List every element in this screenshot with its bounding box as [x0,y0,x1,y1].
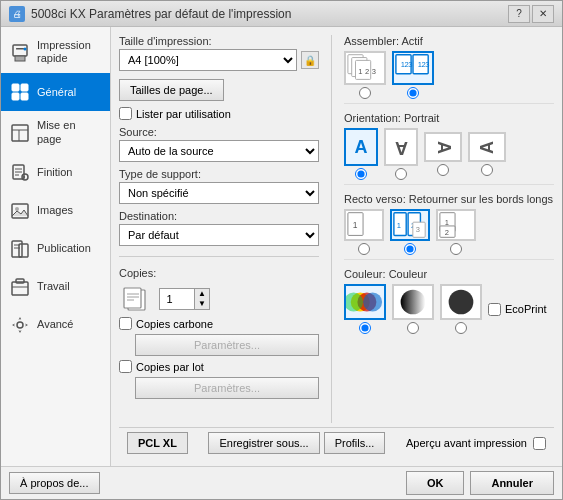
sidebar-item-mise-en-page[interactable]: Mise en page [1,111,110,153]
mono-img [440,284,482,320]
bottom-bar-left: PCL XL [127,432,188,454]
close-button[interactable]: ✕ [532,5,554,23]
bottom-bar-right: Aperçu avant impression [406,437,546,450]
color-radio[interactable] [359,322,371,334]
recto-verso-title: Recto verso: Retourner sur les bords lon… [344,193,554,205]
sidebar-item-images[interactable]: Images [1,192,110,230]
rv-none-radio[interactable] [358,243,370,255]
taille-section: Taille d'impression: A4 [100%] 🔒 [119,35,319,71]
svg-rect-0 [13,45,27,56]
grayscale-option[interactable] [392,284,434,334]
lock-icon: 🔒 [301,51,319,69]
landscape-rotated-img: A [468,132,506,162]
type-support-section: Type de support: Non spécifié [119,168,319,204]
sidebar-item-publication[interactable]: Publication [1,230,110,268]
portrait-rotated-radio[interactable] [395,168,407,180]
pcl-xl-button[interactable]: PCL XL [127,432,188,454]
copies-label: Copies: [119,267,319,279]
rv-long-img: 1 2 3 [390,209,430,241]
mono-option[interactable] [440,284,482,334]
copies-par-lot-parametres-button[interactable]: Paramètres... [135,377,319,399]
profiles-button[interactable]: Profils... [324,432,386,454]
grayscale-img [392,284,434,320]
copies-section: Copies: [119,267,319,399]
landscape-rotated-option[interactable]: A [468,132,506,176]
assemble-inactive-option[interactable]: 1 2 3 [344,51,386,99]
lister-checkbox-row: Lister par utilisation [119,107,319,120]
ok-button[interactable]: OK [406,471,465,495]
sidebar-label-avance: Avancé [37,318,74,331]
assembler-options: 1 2 3 [344,51,554,99]
rv-short-option[interactable]: 1 2 [436,209,476,255]
sidebar: Impression rapide Général Mise en page [1,27,111,466]
apercu-label: Aperçu avant impression [406,437,527,449]
portrait-radio[interactable] [355,168,367,180]
rv-long-radio[interactable] [404,243,416,255]
copies-carbone-label: Copies carbone [136,318,213,330]
svg-rect-1 [15,56,25,61]
copies-down-button[interactable]: ▼ [195,299,209,309]
rv-none-option[interactable]: 1 [344,209,384,255]
title-bar-controls: ? ✕ [508,5,554,23]
apercu-checkbox[interactable] [533,437,546,450]
type-support-select[interactable]: Non spécifié [119,182,319,204]
sidebar-item-avance[interactable]: Avancé [1,306,110,344]
copies-input[interactable]: 1 [159,288,195,310]
landscape-rotated-radio[interactable] [481,164,493,176]
svg-rect-28 [124,288,141,308]
source-select[interactable]: Auto de la source [119,140,319,162]
help-button[interactable]: ? [508,5,530,23]
copies-par-lot-checkbox[interactable] [119,360,132,373]
sidebar-item-travail[interactable]: Travail [1,268,110,306]
destination-section: Destination: Par défaut [119,210,319,246]
portrait-rotated-option[interactable]: A [384,128,418,180]
destination-select[interactable]: Par défaut [119,224,319,246]
publication-icon [9,238,31,260]
assemble-active-option[interactable]: 1 2 3 1 2 3 [392,51,434,99]
svg-text:1: 1 [358,67,362,76]
general-icon [9,81,31,103]
landscape-option[interactable]: A [424,132,462,176]
copies-up-button[interactable]: ▲ [195,289,209,299]
annuler-button[interactable]: Annuler [470,471,554,495]
copies-carbone-parametres-button[interactable]: Paramètres... [135,334,319,356]
mono-radio[interactable] [455,322,467,334]
save-button[interactable]: Enregistrer sous... [208,432,319,454]
sidebar-item-impression-rapide[interactable]: Impression rapide [1,31,110,73]
vertical-divider [331,35,332,423]
ecoprint-checkbox[interactable] [488,303,501,316]
orientation-section: Orientation: Portrait A [344,112,554,185]
source-section: Source: Auto de la source [119,126,319,162]
sidebar-label-travail: Travail [37,280,70,293]
right-column: Assembler: Actif 1 [344,35,554,423]
impression-rapide-icon [9,41,31,63]
rv-short-img: 1 2 [436,209,476,241]
assemble-active-radio[interactable] [407,87,419,99]
taille-select[interactable]: A4 [100%] [119,49,297,71]
landscape-img: A [424,132,462,162]
ecoprint-option[interactable]: EcoPrint [488,303,547,316]
svg-rect-4 [12,84,19,91]
svg-rect-20 [19,244,28,257]
assemble-inactive-radio[interactable] [359,87,371,99]
rv-long-option[interactable]: 1 2 3 [390,209,430,255]
svg-text:1: 1 [353,220,358,230]
svg-text:1: 1 [397,221,401,230]
svg-rect-6 [12,93,19,100]
landscape-radio[interactable] [437,164,449,176]
tailles-de-page-button[interactable]: Tailles de page... [119,79,224,101]
grayscale-radio[interactable] [407,322,419,334]
sidebar-item-finition[interactable]: Finition [1,154,110,192]
lister-checkbox[interactable] [119,107,132,120]
svg-point-3 [24,48,27,51]
svg-rect-7 [21,93,28,100]
color-option[interactable] [344,284,386,334]
svg-text:2: 2 [365,67,369,76]
copies-carbone-checkbox[interactable] [119,317,132,330]
sidebar-item-general[interactable]: Général [1,73,110,111]
rv-short-radio[interactable] [450,243,462,255]
orientation-title: Orientation: Portrait [344,112,554,124]
a-propos-button[interactable]: À propos de... [9,472,100,494]
taille-row: A4 [100%] 🔒 [119,49,319,71]
portrait-option[interactable]: A [344,128,378,180]
